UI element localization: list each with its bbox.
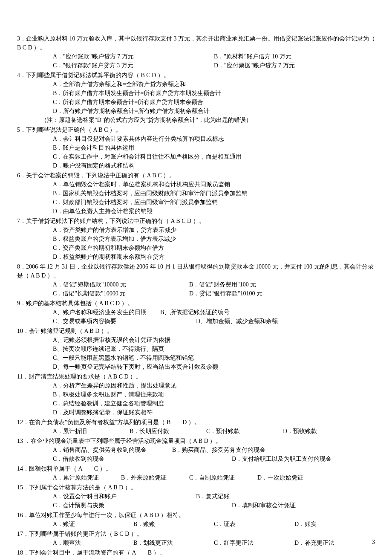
question-17: 17．下列哪些属于错账的更正方法（ B C D ）。 A．顺查法 B．划线更正法… — [17, 529, 375, 547]
q14-opt-a: A．累计原始凭证 — [53, 473, 121, 482]
q13-options: A．销售商品、提供劳务收到的现金 B．购买商品、接受劳务支付的现金 C．借款收到… — [17, 445, 375, 463]
question-11: 11．财产清查结果处理的要求是（ A B C D ）。 A．分析产生差异的原因和… — [17, 372, 375, 417]
q9-stem: 9．账户的基本结构具体包括（ A B C D ）。 — [17, 299, 375, 308]
q15-opt-d: D．填制和审核会计凭证 — [232, 501, 296, 510]
q10-options: A、记账必须根据审核无误的会计凭证为依据 B、按页次顺序连续记账，不得跳行、隔页… — [17, 335, 375, 371]
q4-opt-d: D．所有账户借方期初余额合计=所有账户借方期初余额合计 — [53, 107, 375, 116]
q13-opt-b: B．购买商品、接受劳务支付的现金 — [172, 445, 265, 454]
q17-opt-d: D．补充更正法 — [294, 538, 375, 547]
q4-options: A．全部资产借方余额之和=全部资产贷方余额之和 B．所有账户借方本期发生额合计=… — [17, 80, 375, 116]
q15-options: A．设置会计科目和账户 B．复式记账 C．会计预测与决策 D．填制和审核会计凭证 — [17, 492, 375, 510]
q4-opt-c: C．所有账户借方期末余额合计=所有账户贷方期末余额合 — [53, 98, 375, 107]
q5-opt-b: B．账户是会计科目的具体运用 — [53, 143, 375, 152]
q16-opt-d: D．账实 — [294, 520, 375, 529]
q12-opt-d: D．预收账款 — [283, 427, 360, 436]
question-3: 3．企业购入原材料 10 万元验收入库，其中以银行存款支付 3 万元，其余开出商… — [17, 34, 375, 70]
q3-opt-a: A．"应付账款"账户贷方 7 万元 — [53, 52, 214, 61]
question-9: 9．账户的基本结构具体包括（ A B C D ）。 A、账户名称和经济业务发生的… — [17, 299, 375, 326]
q11-opt-a: A．分析产生差异的原因和性质，提出处理意见 — [53, 381, 375, 390]
q9-options: A、账户名称和经济业务发生的日期 B、所依据记账凭证的编号 C、交易或事项内容摘… — [17, 308, 375, 326]
q16-stem: 16．单位对账工作至少每年进行一次，以保证（ A B D ）相符。 — [17, 511, 375, 520]
q6-opt-d: D．由单位负责人主持会计档案的销毁 — [53, 207, 375, 216]
q3-opt-d: D．"应付票据"账户贷方 7 万元 — [214, 61, 375, 70]
q16-options: A．账证 B．账账 C．证表 D．账实 — [17, 520, 375, 529]
q6-opt-c: C．财政部门销毁会计档案时，应由同级审计部门派员参加监销 — [53, 198, 375, 207]
q9-opt-c: C、交易或事项内容摘要 — [53, 317, 196, 326]
q7-options: A．资产类账户的借方表示增加，贷方表示减少 B．权益类账户的贷方表示增加，借方表… — [17, 225, 375, 261]
q15-opt-a: A．设置会计科目和账户 — [53, 492, 196, 501]
q9-opt-a: A、账户名称和经济业务发生的日期 — [53, 308, 160, 317]
question-5: 5．下列哪些说法是正确的（ A B C ）。 A．会计科目仅是对会计要素具体内容… — [17, 125, 375, 170]
q16-opt-c: C．证表 — [214, 520, 294, 529]
q15-opt-b: B．复式记账 — [196, 492, 230, 501]
q3-stem: 3．企业购入原材料 10 万元验收入库，其中以银行存款支付 3 万元，其余开出商… — [17, 34, 375, 52]
q7-opt-d: D．权益类账户的期初和期末余额均在贷方 — [53, 252, 375, 261]
q6-stem: 6．关于会计档案的销毁，下列说法中正确的有（ A B C ）。 — [17, 171, 375, 180]
q5-options: A．会计科目仅是对会计要素具体内容进行分类核算的项目或标志 B．账户是会计科目的… — [17, 134, 375, 170]
q15-opt-c: C．会计预测与决策 — [53, 501, 232, 510]
q17-opt-a: A．顺查法 — [53, 538, 133, 547]
q8-options: A．借记"短期借款"10000 元 B．借记"财务费用"100 元 C．借记"长… — [17, 280, 326, 298]
question-10: 10．会计账簿登记规则（ A B D ）。 A、记账必须根据审核无误的会计凭证为… — [17, 327, 375, 371]
q5-opt-c: C．在实际工作中，对账户和会计科目往往不加严格区分，而是相互通用 — [53, 152, 375, 161]
q13-opt-d: D．支付给职工以及为职工支付的现金 — [232, 454, 331, 463]
q4-opt-b: B．所有账户借方本期发生额合计=所有账户贷方本期发生额合计 — [53, 89, 375, 98]
q11-opt-c: C．总结经验教训，建立健全各项管理制度 — [53, 399, 375, 408]
q11-stem: 11．财产清查结果处理的要求是（ A B C D ）。 — [17, 372, 375, 381]
q14-opt-b: B．外来原始凭证 — [121, 473, 189, 482]
question-18: 18．下列会计科目中，属于流动资产的有（ A B ）。 A．应收账款 B．预付账… — [17, 548, 375, 555]
q6-opt-a: A．单位销毁会计档案时，单位档案机构和会计机构应共同派员监销 — [53, 180, 375, 189]
q3-opt-c: C．"银行存款"账户贷方 3 万元 — [53, 61, 214, 70]
q8-opt-d: D．贷记"银行存款"10100 元 — [189, 289, 326, 298]
q9-opt-b: B、所依据记账凭证的编号 — [160, 308, 230, 317]
q4-opt-a: A．全部资产借方余额之和=全部资产贷方余额之和 — [53, 80, 375, 89]
q17-options: A．顺查法 B．划线更正法 C．红字更正法 D．补充更正法 — [17, 538, 375, 547]
q8-opt-a: A．借记"短期借款"10000 元 — [53, 280, 189, 289]
q4-stem: 4．下列哪些属于借贷记账法试算平衡的内容（ B C D ）。 — [17, 71, 375, 80]
q5-opt-d: D．账户没有固定的格式和结构 — [53, 161, 375, 170]
page-number: 3 — [372, 538, 375, 546]
q12-opt-b: B．长期应付款 — [130, 427, 206, 436]
q5-opt-a: A．会计科目仅是对会计要素具体内容进行分类核算的项目或标志 — [53, 134, 375, 143]
question-16: 16．单位对账工作至少每年进行一次，以保证（ A B D ）相符。 A．账证 B… — [17, 511, 375, 529]
q10-stem: 10．会计账簿登记规则（ A B D ）。 — [17, 327, 375, 335]
q8-opt-b: B．借记"财务费用"100 元 — [189, 280, 326, 289]
q10-opt-a: A、记账必须根据审核无误的会计凭证为依据 — [53, 335, 375, 344]
question-7: 7．关于借贷记账法下的账户结构，下列说法中正确的有（ A B C D ）。 A．… — [17, 217, 375, 261]
q18-stem: 18．下列会计科目中，属于流动资产的有（ A B ）。 — [17, 548, 375, 555]
q14-opt-c: C．自制原始凭证 — [189, 473, 257, 482]
q11-options: A．分析产生差异的原因和性质，提出处理意见 B．积极处理多余积压财产，清理往来款… — [17, 381, 375, 417]
question-12: 12．在资产负债表"负债及所有者权益"方填列的项目是（ B D ）。 A．累计折… — [17, 418, 375, 436]
q7-opt-b: B．权益类账户的贷方表示增加，借方表示减少 — [53, 234, 375, 243]
q12-options: A．累计折旧 B．长期应付款 C．预付账款 D．预收账款 — [17, 427, 360, 436]
q6-options: A．单位销毁会计档案时，单位档案机构和会计机构应共同派员监销 B．国家机关销毁会… — [17, 180, 375, 216]
q7-stem: 7．关于借贷记账法下的账户结构，下列说法中正确的有（ A B C D ）。 — [17, 217, 375, 225]
question-8: 8．2006 年 12 月 31 日，企业以银行存款偿还 2006 年 10 月… — [17, 262, 375, 298]
q4-note: （注：原题备选答案"D"的公式右方应为"贷方期初余额合计"，此为出题的错误） — [17, 116, 375, 124]
q9-opt-d: D、增加金额、减少金额和余额 — [196, 317, 278, 326]
q3-options: A．"应付账款"账户贷方 7 万元 B．"原材料"账户借方 10 万元 C．"银… — [17, 52, 375, 70]
q7-opt-c: C．资产类账户的期初和期末余额均在借方 — [53, 243, 375, 252]
q8-stem: 8．2006 年 12 月 31 日，企业以银行存款偿还 2006 年 10 月… — [17, 262, 375, 280]
q10-opt-d: D、每一账页登记完毕结转下页时，应当结出本页合计数及余额 — [53, 362, 375, 371]
question-15: 15．下列属于会计核算方法的是（ A B D ）。 A．设置会计科目和账户 B．… — [17, 483, 375, 510]
q17-opt-c: C．红字更正法 — [214, 538, 294, 547]
q12-opt-c: C．预付账款 — [206, 427, 283, 436]
q8-opt-c: C．借记"长期借款"10000 元 — [53, 289, 189, 298]
q13-opt-c: C．借款收到的现金 — [53, 454, 232, 463]
q12-opt-a: A．累计折旧 — [53, 427, 130, 436]
q14-opt-d: D．一次原始凭证 — [257, 473, 326, 482]
question-6: 6．关于会计档案的销毁，下列说法中正确的有（ A B C ）。 A．单位销毁会计… — [17, 171, 375, 216]
question-14: 14．限额领料单属于（ A C ）。 A．累计原始凭证 B．外来原始凭证 C．自… — [17, 464, 375, 482]
q3-opt-b: B．"原材料"账户借方 10 万元 — [214, 52, 375, 61]
q10-opt-b: B、按页次顺序连续记账，不得跳行、隔页 — [53, 344, 375, 353]
q17-stem: 17．下列哪些属于错账的更正方法（ B C D ）。 — [17, 529, 375, 538]
q12-stem: 12．在资产负债表"负债及所有者权益"方填列的项目是（ B D ）。 — [17, 418, 375, 427]
q10-opt-c: C、一般只能用蓝黑墨水的钢笔，不得用圆珠笔和铅笔 — [53, 353, 375, 362]
q14-options: A．累计原始凭证 B．外来原始凭证 C．自制原始凭证 D．一次原始凭证 — [17, 473, 326, 482]
q11-opt-b: B．积极处理多余积压财产，清理往来款项 — [53, 390, 375, 399]
q15-stem: 15．下列属于会计核算方法的是（ A B D ）。 — [17, 483, 375, 492]
q6-opt-b: B．国家机关销毁会计档案时，应由同级财政部门和审计部门派员参加监销 — [53, 189, 375, 198]
q16-opt-b: B．账账 — [133, 520, 214, 529]
q7-opt-a: A．资产类账户的借方表示增加，贷方表示减少 — [53, 225, 375, 234]
